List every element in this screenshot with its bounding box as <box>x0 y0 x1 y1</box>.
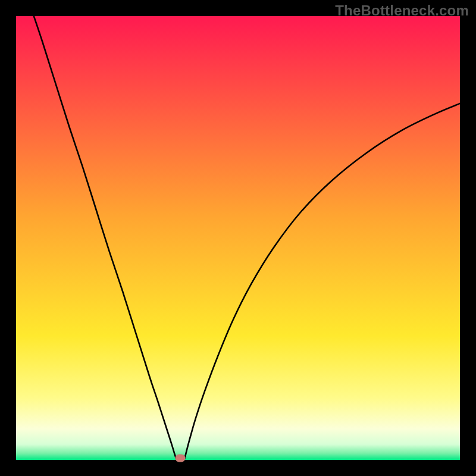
optimal-marker <box>176 454 186 462</box>
chart-frame: TheBottleneck.com <box>0 0 476 476</box>
plot-area <box>16 16 460 460</box>
bottleneck-curve <box>16 16 460 460</box>
watermark-text: TheBottleneck.com <box>335 2 469 19</box>
